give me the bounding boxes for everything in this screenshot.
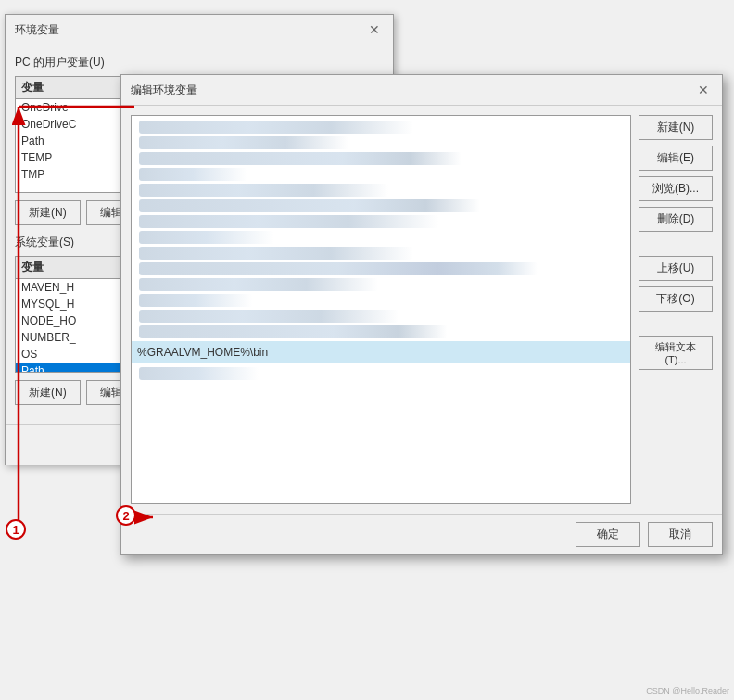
user-section-label: PC 的用户变量(U) [15, 55, 384, 70]
inner-move-down-button[interactable]: 下移(O) [639, 286, 713, 312]
user-var-column-header: 变量 [21, 80, 44, 95]
path-row-blurred-15[interactable] [139, 367, 338, 380]
watermark: CSDN @Hello.Reader [646, 686, 729, 695]
annotation-badge-1: 1 [6, 519, 26, 540]
path-row-blurred-9[interactable] [139, 247, 413, 260]
path-row-blurred-3[interactable] [139, 152, 478, 165]
inner-edit-button[interactable]: 编辑(E) [639, 146, 713, 171]
path-row-blurred-1[interactable] [139, 121, 413, 134]
path-graalvm-value: %GRAALVM_HOME%\bin [137, 346, 268, 359]
inner-move-up-button[interactable]: 上移(U) [639, 256, 713, 281]
path-row-blurred-4[interactable] [139, 168, 319, 181]
path-row-blurred-14[interactable] [139, 325, 463, 338]
inner-delete-button[interactable]: 删除(D) [639, 207, 713, 232]
inner-dialog-title: 编辑环境变量 [131, 83, 197, 98]
inner-titlebar: 编辑环境变量 ✕ [121, 75, 722, 106]
outer-close-button[interactable]: ✕ [365, 20, 384, 39]
inner-action-buttons: 新建(N) 编辑(E) 浏览(B)... 删除(D) 上移(U) 下移(O) 编… [639, 115, 713, 504]
path-list-container: %GRAALVM_HOME%\bin [131, 115, 631, 504]
inner-bottom-buttons: 确定 取消 [121, 514, 722, 554]
path-row-blurred-5[interactable] [139, 184, 388, 197]
inner-edit-text-button[interactable]: 编辑文本(T)... [639, 336, 713, 370]
path-row-blurred-8[interactable] [139, 231, 363, 244]
system-new-button[interactable]: 新建(N) [15, 380, 81, 405]
outer-dialog-title: 环境变量 [15, 22, 59, 38]
inner-close-button[interactable]: ✕ [694, 81, 713, 99]
user-new-button[interactable]: 新建(N) [15, 200, 81, 225]
inner-cancel-button[interactable]: 取消 [648, 522, 713, 547]
outer-titlebar: 环境变量 ✕ [6, 15, 393, 45]
path-row-blurred-11[interactable] [139, 278, 378, 291]
path-row-blurred-10[interactable] [139, 262, 538, 275]
inner-browse-button[interactable]: 浏览(B)... [639, 176, 713, 201]
system-var-column-header: 变量 [21, 260, 44, 275]
path-row-blurred-13[interactable] [139, 310, 399, 323]
path-row-blurred-12[interactable] [139, 294, 328, 307]
badge-1-label: 1 [12, 523, 19, 537]
path-row-graalvm[interactable]: %GRAALVM_HOME%\bin [132, 341, 630, 363]
path-row-blurred-7[interactable] [139, 215, 438, 228]
inner-new-button[interactable]: 新建(N) [639, 115, 713, 140]
inner-dialog-content: %GRAALVM_HOME%\bin 新建(N) 编辑(E) 浏览(B)... … [121, 106, 722, 514]
path-row-blurred-2[interactable] [139, 136, 348, 149]
inner-edit-dialog: 编辑环境变量 ✕ %GRAALVM_HOME%\bin [120, 74, 723, 555]
inner-confirm-button[interactable]: 确定 [576, 522, 640, 547]
path-row-blurred-6[interactable] [139, 199, 498, 212]
